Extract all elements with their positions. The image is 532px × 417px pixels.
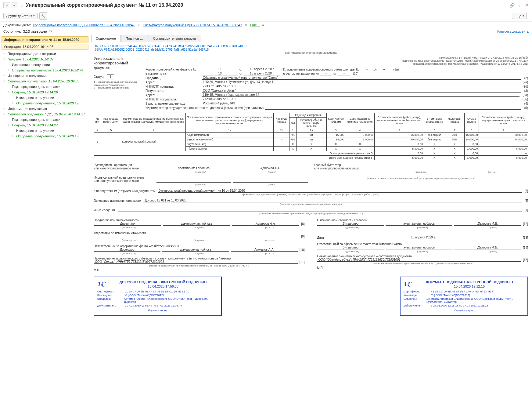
sidebar-status: Утвержден, 15.04.2020 19:14:26 — [2, 44, 88, 50]
tree-item[interactable]: Подтверждение даты отправки — [0, 84, 90, 89]
refresh-icon[interactable]: ↻ — [49, 29, 52, 33]
tree-item[interactable]: Получен, 15.04.2020 18:52:37 — [0, 56, 90, 62]
tree-item[interactable]: Отправлен получателю, 15.04.2020 19:… — [0, 100, 90, 106]
structure-icon-button[interactable]: 🔧 — [39, 12, 47, 20]
tree-item[interactable]: Получен, 15.04.2020 19:14:27 — [0, 122, 90, 128]
sidebar: Информация отправителя № 11 от 15.04.202… — [0, 34, 90, 417]
tree-item[interactable]: Подтверждение даты отправки — [0, 51, 90, 56]
doc-remove-2[interactable]: × — [245, 23, 247, 27]
more-button[interactable]: Еще — [512, 13, 527, 19]
tab-content[interactable]: Содержимое — [91, 35, 120, 42]
tree-item[interactable]: Извещение о получении — [0, 62, 90, 67]
tree-item[interactable]: Отправлен получателю, 15.04.2020 18:52:4… — [0, 67, 90, 73]
gear-icon[interactable]: ⚙ — [261, 23, 264, 27]
nav-back-button[interactable]: ← — [3, 2, 10, 8]
tab-signatures[interactable]: Подписи … — [121, 35, 148, 42]
favorite-icon[interactable]: ☆ — [20, 2, 24, 8]
card-link[interactable]: Карточка документа — [497, 30, 529, 33]
tree-item[interactable]: Извещение о получении — [0, 73, 90, 78]
state-value: ЭДО завершен — [23, 30, 47, 33]
kebab-icon[interactable]: ⋮ — [518, 3, 522, 8]
tree-item[interactable]: Подтверждение даты отправки — [0, 117, 90, 122]
document-viewer: ON_KORSCHFDOPPR_2AL-A7303297-E6CA-4BD6-A… — [90, 42, 532, 417]
close-icon[interactable]: ✕ — [525, 3, 529, 8]
other-actions-button[interactable]: Другие действия — [3, 13, 38, 19]
doc-link-1[interactable]: Корректировка поступления ОД00-000002 от… — [33, 23, 135, 27]
signature-stamp-left: 1ℂДОКУМЕНТ ПОДПИСАН ЭЛЕКТРОННОЙ ПОДПИСЬЮ… — [94, 277, 222, 316]
tree-item[interactable]: Извещение о получении — [0, 128, 90, 133]
tree-item[interactable]: Извещение о получении — [0, 95, 90, 100]
tree-item[interactable]: Отправлен получателю, 15.04.2020 19:… — [0, 133, 90, 139]
state-label: Состояние: — [3, 30, 21, 33]
link-icon[interactable]: 🔗 — [509, 3, 515, 8]
tree-item[interactable]: Отправлен получателю, 15.04.2020 19:09:0… — [0, 78, 90, 84]
tab-cover-note[interactable]: Сопроводительная записка — [149, 35, 200, 42]
docs-label: Документы учета: — [3, 23, 31, 27]
logo-icon: 1ℂ — [404, 281, 411, 288]
items-table: № п/пКод товара/ работ, услугНаименовани… — [94, 113, 528, 160]
doc-link-2[interactable]: Счет-фактура полученный ОД00-000010 от 1… — [143, 23, 242, 27]
logo-icon: 1ℂ — [97, 281, 105, 288]
window-title: Универсальный корректировочный документ … — [26, 2, 509, 8]
signature-stamp-right: 1ℂДОКУМЕНТ ПОДПИСАН ЭЛЕКТРОННОЙ ПОДПИСЬЮ… — [400, 277, 528, 316]
doc-identifier: ON_KORSCHFDOPPR_2AL-A7303297-E6CA-4BD6-A… — [94, 45, 528, 51]
sidebar-header[interactable]: Информация отправителя № 11 от 15.04.202… — [2, 36, 88, 43]
nav-forward-button[interactable]: → — [11, 2, 17, 8]
tree-item[interactable]: Отправлен оператору ЭДО, 15.04.2020 19:1… — [0, 111, 90, 117]
status-box: 1 — [107, 74, 114, 79]
docs-more-link[interactable]: Еще... — [250, 23, 260, 27]
tree-item[interactable]: Информация получателя — [0, 106, 90, 111]
tree-item[interactable]: Получен, 15.04.2020 19:14:26 — [0, 89, 90, 95]
doc-remove-1[interactable]: × — [138, 23, 139, 27]
